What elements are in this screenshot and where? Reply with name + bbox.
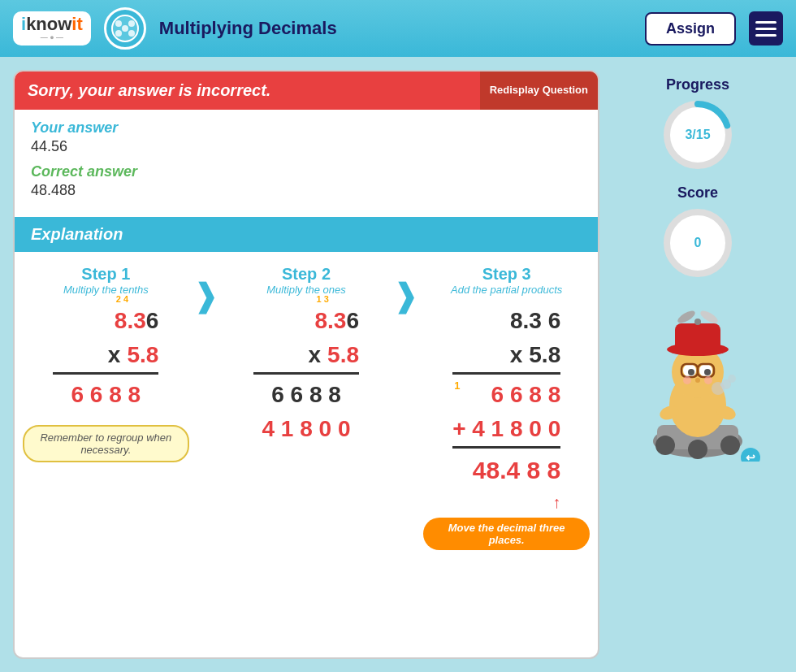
progress-circle: 3/15 (661, 98, 734, 171)
score-label: Score (661, 184, 734, 202)
character-illustration: ↩ (633, 299, 763, 472)
decimal-note: Move the decimal three places. (423, 518, 590, 550)
svg-point-14 (720, 436, 740, 455)
step-2: Step 2 Multiply the ones 1 3 8.3 6 x 5.8 (223, 265, 390, 446)
svg-point-3 (115, 30, 122, 37)
score-circle: 0 (661, 206, 734, 280)
step1-math: 2 4 8.3 6 x 5.8 6 6 8 8 (53, 304, 158, 412)
logo-sub: — ● — (21, 34, 83, 42)
arrow-2: ❱ (389, 276, 423, 314)
step2-sub: Multiply the ones (266, 284, 346, 297)
redisplay-button[interactable]: Redisplay Question (480, 72, 598, 110)
svg-point-36 (728, 375, 736, 383)
svg-point-4 (128, 30, 135, 37)
arrow-1: ❱ (189, 276, 223, 314)
lesson-title: Multiplying Decimals (159, 18, 632, 39)
step3-math: 8.3 6 x 5.8 1 6 6 8 8 + 4 1 8 0 0 (452, 304, 560, 514)
explanation-header: Explanation (15, 217, 598, 252)
score-container: Score 0 (661, 184, 734, 280)
answer-section: Your answer 44.56 Correct answer 48.488 (15, 110, 598, 209)
svg-point-23 (699, 309, 720, 326)
correct-answer-label: Correct answer (31, 163, 582, 180)
step2-label: Step 2 (282, 265, 331, 284)
svg-rect-20 (675, 323, 720, 352)
step-3: Step 3 Add the partial products 8.3 6 x … (423, 265, 590, 550)
svg-point-21 (694, 319, 701, 325)
svg-point-31 (695, 378, 700, 383)
content-panel: Sorry, your answer is incorrect. Redispl… (13, 70, 599, 659)
score-value: 0 (694, 236, 702, 250)
svg-point-2 (128, 20, 135, 27)
svg-point-33 (704, 376, 712, 384)
svg-point-27 (704, 369, 711, 375)
svg-point-22 (676, 309, 697, 326)
progress-container: Progress 3/15 (661, 76, 734, 171)
progress-label: Progress (661, 76, 734, 93)
svg-point-12 (655, 436, 675, 455)
svg-text:↩: ↩ (746, 451, 755, 462)
your-answer-value: 44.56 (31, 138, 582, 155)
logo: iknowit — ● — (13, 11, 91, 46)
step2-math: 1 3 8.3 6 x 5.8 6 6 8 8 4 1 8 0 0 (253, 304, 359, 446)
step3-label: Step 3 (482, 265, 531, 284)
incorrect-text: Sorry, your answer is incorrect. (15, 72, 480, 110)
svg-point-1 (115, 20, 122, 27)
svg-point-5 (122, 25, 128, 32)
step-1: Step 1 Multiply the tenths 2 4 8.3 6 x 5… (23, 265, 189, 462)
svg-point-26 (688, 369, 694, 375)
tip-box: Remember to regroup when necessary. (23, 425, 189, 462)
incorrect-banner: Sorry, your answer is incorrect. Redispl… (15, 72, 598, 110)
correct-answer-value: 48.488 (31, 182, 582, 199)
your-answer-label: Your answer (31, 119, 582, 137)
lesson-icon (104, 7, 146, 50)
progress-value: 3/15 (685, 128, 710, 142)
main-layout: Sorry, your answer is incorrect. Redispl… (0, 57, 796, 672)
steps-area: Step 1 Multiply the tenths 2 4 8.3 6 x 5… (15, 252, 598, 657)
sidebar: Progress 3/15 Score 0 (612, 70, 783, 659)
step1-sub: Multiply the tenths (63, 284, 149, 297)
svg-point-13 (688, 440, 707, 459)
header: iknowit — ● — Multiplying Decimals Assig… (0, 0, 796, 57)
step1-label: Step 1 (81, 265, 130, 284)
hamburger-menu[interactable] (749, 11, 783, 46)
svg-point-32 (683, 376, 691, 384)
assign-button[interactable]: Assign (645, 12, 736, 46)
step3-sub: Add the partial products (451, 284, 562, 297)
